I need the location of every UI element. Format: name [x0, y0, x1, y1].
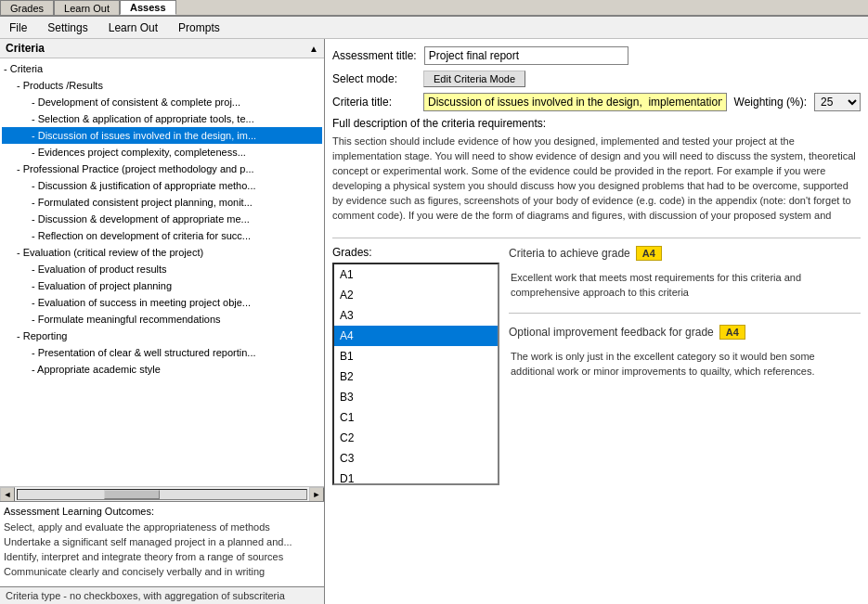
menu-learn-out[interactable]: Learn Out [103, 19, 163, 36]
tree-container[interactable]: - Criteria- Products /Results- Developme… [0, 58, 324, 486]
grade-item[interactable]: C1 [334, 407, 498, 428]
assessment-title-input[interactable] [424, 46, 628, 65]
divider2 [509, 313, 861, 314]
tree-node[interactable]: - Reporting [2, 328, 322, 344]
grade-item[interactable]: C3 [334, 448, 498, 469]
grade-item[interactable]: A3 [334, 305, 498, 326]
right-panel: Assessment title: Select mode: Edit Crit… [325, 39, 868, 604]
full-desc-label: Full description of the criteria require… [332, 117, 861, 130]
grades-right: Criteria to achieve grade A4 Excellent w… [509, 246, 861, 485]
hscroll-thumb[interactable] [104, 490, 160, 499]
achieve-text: Excellent work that meets most requireme… [509, 268, 861, 302]
grades-left: Grades: A1A2A3A4B1B2B3C1C2C3D1D2D3F1F2 [332, 246, 499, 485]
tree-node[interactable]: - Discussion & justification of appropri… [2, 177, 322, 194]
criteria-scroll-btn[interactable]: ▲ [309, 44, 318, 54]
grade-item[interactable]: A2 [334, 285, 498, 305]
optional-text: The work is only just in the excellent c… [509, 347, 861, 380]
criteria-title-row: Criteria title: Weighting (%): 251015203… [332, 93, 861, 111]
tab-bar: Grades Learn Out Assess [0, 0, 868, 17]
criteria-header: Criteria ▲ [0, 39, 324, 58]
criteria-type-bar: Criteria type - no checkboxes, with aggr… [0, 586, 324, 604]
assessment-title-label: Assessment title: [332, 49, 417, 62]
tree-node[interactable]: - Appropriate academic style [2, 361, 322, 378]
tab-grades[interactable]: Grades [0, 0, 54, 15]
select-mode-label: Select mode: [332, 72, 416, 85]
left-panel: Criteria ▲ - Criteria- Products /Results… [0, 39, 325, 604]
tree-node[interactable]: - Professional Practice (project methodo… [2, 161, 322, 177]
weighting-label: Weighting (%): [734, 96, 807, 109]
grades-section: Grades: A1A2A3A4B1B2B3C1C2C3D1D2D3F1F2 C… [332, 246, 861, 485]
tree-node[interactable]: - Evaluation of success in meeting proje… [2, 294, 322, 311]
grades-list[interactable]: A1A2A3A4B1B2B3C1C2C3D1D2D3F1F2 [332, 263, 499, 485]
assessment-title-row: Assessment title: [332, 46, 861, 65]
tree-node[interactable]: - Formulated consistent project planning… [2, 194, 322, 211]
divider [332, 238, 861, 238]
grades-label: Grades: [332, 246, 499, 259]
tree-node[interactable]: - Development of consistent & complete p… [2, 94, 322, 110]
tab-assess[interactable]: Assess [120, 0, 176, 15]
hscroll-right[interactable]: ► [309, 487, 324, 502]
outcomes-label: Assessment Learning Outcomes: [4, 506, 320, 517]
grade-item[interactable]: A4 [334, 326, 498, 346]
criteria-header-label: Criteria [6, 42, 45, 55]
weighting-select[interactable]: 2510152030 [814, 93, 861, 111]
achieve-grade-badge: A4 [636, 246, 662, 261]
tree-node[interactable]: - Presentation of clear & well structure… [2, 344, 322, 361]
tree-node[interactable]: - Evaluation (critical review of the pro… [2, 244, 322, 261]
tree-node[interactable]: - Selection & application of appropriate… [2, 110, 322, 127]
menu-settings[interactable]: Settings [42, 19, 93, 36]
tree-node[interactable]: - Products /Results [2, 77, 322, 94]
menu-bar: File Settings Learn Out Prompts [0, 17, 868, 39]
grade-item[interactable]: D1 [334, 469, 498, 485]
menu-prompts[interactable]: Prompts [173, 19, 226, 36]
tree-node[interactable]: - Discussion of issues involved in the d… [2, 127, 322, 144]
outcomes-panel: Assessment Learning Outcomes: Select, ap… [0, 501, 324, 586]
main-layout: Criteria ▲ - Criteria- Products /Results… [0, 39, 868, 604]
grade-item[interactable]: B1 [334, 346, 498, 366]
menu-file[interactable]: File [4, 19, 32, 36]
tree-node[interactable]: - Evaluation of project planning [2, 277, 322, 294]
select-mode-row: Select mode: Edit Criteria Mode [332, 71, 861, 87]
hscroll-left[interactable]: ◄ [0, 487, 15, 502]
outcomes-text: Select, apply and evaluate the appropria… [4, 520, 320, 583]
criteria-achieve-label: Criteria to achieve grade A4 [509, 246, 861, 261]
tab-learn-out[interactable]: Learn Out [54, 0, 120, 15]
criteria-title-input[interactable] [423, 93, 727, 111]
edit-criteria-button[interactable]: Edit Criteria Mode [423, 71, 525, 87]
tree-node[interactable]: - Reflection on development of criteria … [2, 227, 322, 244]
tree-node[interactable]: - Evaluation of product results [2, 261, 322, 277]
grade-item[interactable]: A1 [334, 264, 498, 285]
description-text: This section should include evidence of … [332, 134, 861, 226]
grade-item[interactable]: B2 [334, 366, 498, 387]
tree-node[interactable]: - Formulate meaningful recommendations [2, 311, 322, 328]
grade-item[interactable]: B3 [334, 387, 498, 407]
tree-node[interactable]: - Evidences project complexity, complete… [2, 144, 322, 161]
hscroll-track [17, 489, 307, 500]
grade-item[interactable]: C2 [334, 428, 498, 448]
tree-node[interactable]: - Discussion & development of appropriat… [2, 211, 322, 227]
tree-hscroll: ◄ ► [0, 486, 324, 501]
criteria-title-label: Criteria title: [332, 96, 416, 109]
optional-grade-badge: A4 [719, 325, 745, 340]
optional-improve-label: Optional improvement feedback for grade … [509, 325, 861, 340]
tree-node[interactable]: - Criteria [2, 60, 322, 77]
